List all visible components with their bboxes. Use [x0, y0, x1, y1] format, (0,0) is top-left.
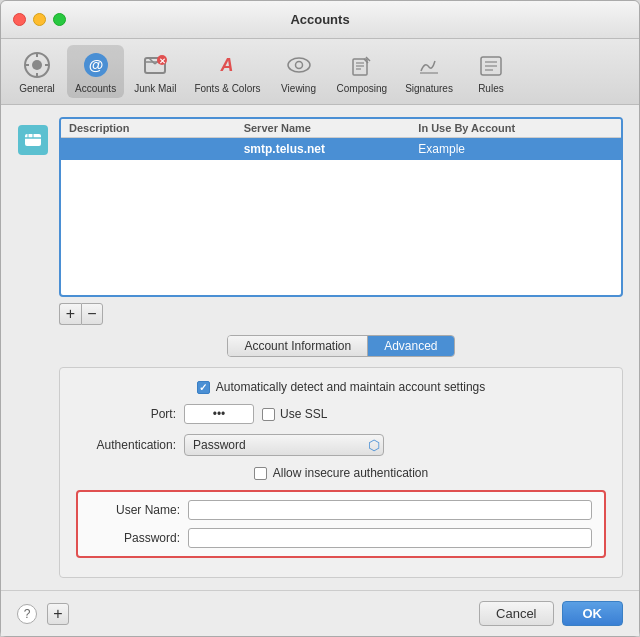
use-ssl-label: Use SSL [280, 407, 327, 421]
junk-mail-label: Junk Mail [134, 83, 176, 94]
right-column: Description Server Name In Use By Accoun… [59, 117, 623, 578]
composing-label: Composing [337, 83, 388, 94]
junk-mail-icon: ✕ [139, 49, 171, 81]
svg-rect-2 [36, 53, 38, 57]
maximize-button[interactable] [53, 13, 66, 26]
auth-label: Authentication: [76, 438, 176, 452]
header-in-use: In Use By Account [418, 122, 593, 134]
toolbar-item-viewing[interactable]: Viewing [271, 45, 327, 98]
table-row[interactable]: smtp.telus.net Example [61, 138, 621, 160]
auth-row: Authentication: Password MD5 NTLM Kerber… [76, 434, 606, 456]
toolbar: General @ Accounts ✕ [1, 39, 639, 105]
auto-detect-label: Automatically detect and maintain accoun… [216, 380, 485, 394]
general-icon [21, 49, 53, 81]
header-extra [593, 122, 613, 134]
port-input[interactable] [184, 404, 254, 424]
auto-detect-row: Automatically detect and maintain accoun… [76, 380, 606, 394]
bottom-left: ? + [17, 603, 69, 625]
auth-select[interactable]: Password MD5 NTLM Kerberos None [184, 434, 384, 456]
cell-server: smtp.telus.net [244, 142, 419, 156]
cell-in-use: Example [418, 142, 593, 156]
header-server: Server Name [244, 122, 419, 134]
rules-icon [475, 49, 507, 81]
tab-account-information[interactable]: Account Information [228, 336, 368, 356]
insecure-row: Allow insecure authentication [76, 466, 606, 480]
toolbar-item-rules[interactable]: Rules [463, 45, 519, 98]
list-body: smtp.telus.net Example [61, 138, 621, 295]
username-label: User Name: [90, 503, 180, 517]
auto-detect-checkbox[interactable] [197, 381, 210, 394]
insecure-auth-label: Allow insecure authentication [273, 466, 428, 480]
bottom-right: Cancel OK [479, 601, 623, 626]
svg-rect-3 [36, 73, 38, 77]
remove-server-button[interactable]: − [81, 303, 103, 325]
add-remove-bar: + − [59, 303, 623, 325]
fonts-colors-icon: A [211, 49, 243, 81]
main-area: Description Server Name In Use By Accoun… [17, 117, 623, 578]
content: Description Server Name In Use By Accoun… [1, 105, 639, 590]
toolbar-item-accounts[interactable]: @ Accounts [67, 45, 124, 98]
insecure-auth-checkbox[interactable] [254, 467, 267, 480]
account-type-icon [18, 125, 48, 155]
list-header: Description Server Name In Use By Accoun… [61, 119, 621, 138]
toolbar-item-fonts-colors[interactable]: A Fonts & Colors [186, 45, 268, 98]
signatures-icon [413, 49, 445, 81]
general-label: General [19, 83, 55, 94]
tab-advanced[interactable]: Advanced [368, 336, 453, 356]
toolbar-item-signatures[interactable]: Signatures [397, 45, 461, 98]
cell-description [69, 142, 244, 156]
viewing-label: Viewing [281, 83, 316, 94]
svg-text:@: @ [88, 56, 103, 73]
settings-panel: Automatically detect and maintain accoun… [59, 367, 623, 578]
password-row: Password: [90, 528, 592, 548]
tab-group: Account Information Advanced [227, 335, 454, 357]
cell-extra [593, 142, 613, 156]
toolbar-item-composing[interactable]: Composing [329, 45, 396, 98]
help-button[interactable]: ? [17, 604, 37, 624]
svg-point-15 [288, 58, 310, 72]
password-label: Password: [90, 531, 180, 545]
accounts-icon: @ [80, 49, 112, 81]
svg-text:A: A [220, 55, 234, 75]
username-input[interactable] [188, 500, 592, 520]
auth-select-wrapper: Password MD5 NTLM Kerberos None ⬡ [184, 434, 384, 456]
accounts-label: Accounts [75, 83, 116, 94]
svg-rect-4 [25, 64, 29, 66]
minimize-button[interactable] [33, 13, 46, 26]
titlebar: Accounts [1, 1, 639, 39]
traffic-lights [13, 13, 66, 26]
add-server-button[interactable]: + [59, 303, 81, 325]
header-description: Description [69, 122, 244, 134]
port-row: Port: Use SSL [76, 404, 606, 424]
window-title: Accounts [290, 12, 349, 27]
toolbar-item-junk-mail[interactable]: ✕ Junk Mail [126, 45, 184, 98]
svg-point-1 [32, 60, 42, 70]
use-ssl-checkbox[interactable] [262, 408, 275, 421]
signatures-label: Signatures [405, 83, 453, 94]
ssl-group: Use SSL [262, 407, 327, 421]
port-label: Port: [76, 407, 176, 421]
bottom-bar: ? + Cancel OK [1, 590, 639, 636]
svg-point-16 [295, 62, 302, 69]
svg-rect-17 [353, 59, 367, 75]
viewing-icon [283, 49, 315, 81]
close-button[interactable] [13, 13, 26, 26]
accounts-list[interactable]: Description Server Name In Use By Accoun… [59, 117, 623, 297]
add-account-button[interactable]: + [47, 603, 69, 625]
cancel-button[interactable]: Cancel [479, 601, 553, 626]
credentials-box: User Name: Password: [76, 490, 606, 558]
svg-text:✕: ✕ [159, 57, 166, 66]
username-row: User Name: [90, 500, 592, 520]
composing-icon [346, 49, 378, 81]
toolbar-item-general[interactable]: General [9, 45, 65, 98]
left-column [17, 117, 49, 578]
window: Accounts General @ [0, 0, 640, 637]
svg-rect-5 [45, 64, 49, 66]
password-input[interactable] [188, 528, 592, 548]
ok-button[interactable]: OK [562, 601, 624, 626]
rules-label: Rules [478, 83, 504, 94]
tab-row: Account Information Advanced [59, 335, 623, 357]
fonts-colors-label: Fonts & Colors [194, 83, 260, 94]
